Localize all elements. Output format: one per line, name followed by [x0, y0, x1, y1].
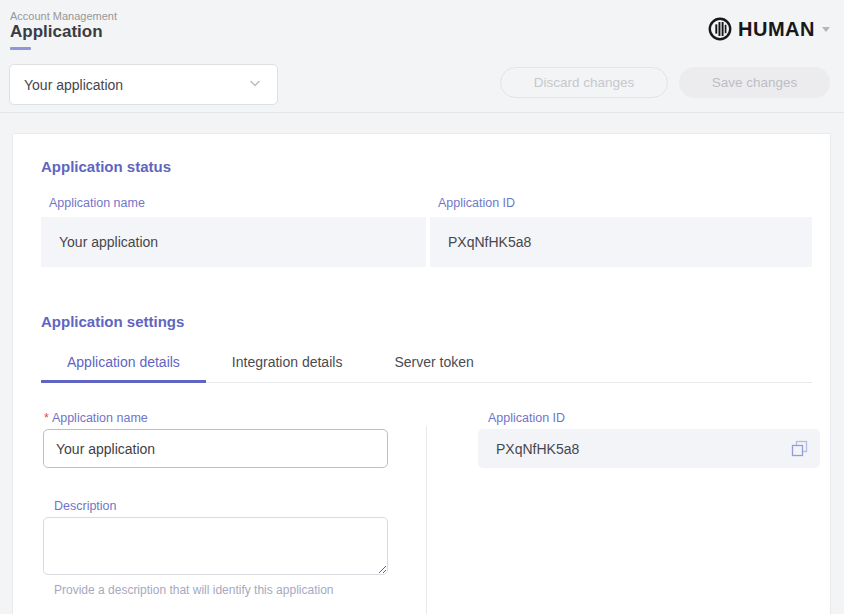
title-underline	[10, 47, 31, 50]
table-cell-application-name: Your application	[41, 217, 426, 267]
description-label: Description	[54, 499, 117, 513]
application-name-label-text: Application name	[52, 411, 148, 425]
account-menu[interactable]: HUMAN	[707, 16, 830, 42]
breadcrumb: Account Management	[10, 10, 117, 22]
application-selector-value: Your application	[24, 77, 123, 93]
copy-icon[interactable]	[791, 440, 808, 457]
application-id-field: PXqNfHK5a8	[478, 429, 820, 468]
chevron-down-icon	[247, 75, 263, 94]
table-cell-application-id: PXqNfHK5a8	[430, 217, 812, 267]
chevron-down-icon	[822, 27, 830, 32]
tab-server-token[interactable]: Server token	[368, 346, 499, 383]
description-helper-text: Provide a description that will identify…	[54, 583, 333, 597]
column-header-application-id: Application ID	[438, 196, 515, 210]
settings-tabs: Application details Integration details …	[41, 346, 812, 383]
human-logo-icon	[707, 16, 733, 42]
form-column-divider	[426, 426, 427, 614]
page-title: Application	[10, 22, 103, 42]
column-header-application-name: Application name	[49, 196, 145, 210]
application-id-label: Application ID	[488, 411, 565, 425]
discard-changes-button[interactable]: Discard changes	[500, 67, 668, 98]
tab-application-details[interactable]: Application details	[41, 346, 206, 383]
save-changes-button[interactable]: Save changes	[679, 67, 830, 98]
tab-integration-details[interactable]: Integration details	[206, 346, 369, 383]
settings-section-title: Application settings	[41, 313, 184, 330]
toolbar-divider	[0, 112, 844, 113]
application-name-input[interactable]	[43, 429, 388, 468]
main-card: Application status Application name Appl…	[12, 133, 831, 614]
brand-name: HUMAN	[738, 18, 815, 41]
description-textarea[interactable]	[43, 517, 388, 575]
status-section-title: Application status	[41, 158, 171, 175]
application-name-value: Your application	[59, 234, 158, 250]
application-id-value: PXqNfHK5a8	[448, 234, 531, 250]
application-name-label: *Application name	[44, 411, 148, 425]
application-id-field-value: PXqNfHK5a8	[496, 441, 579, 457]
required-asterisk: *	[44, 411, 49, 425]
application-selector[interactable]: Your application	[9, 64, 278, 105]
